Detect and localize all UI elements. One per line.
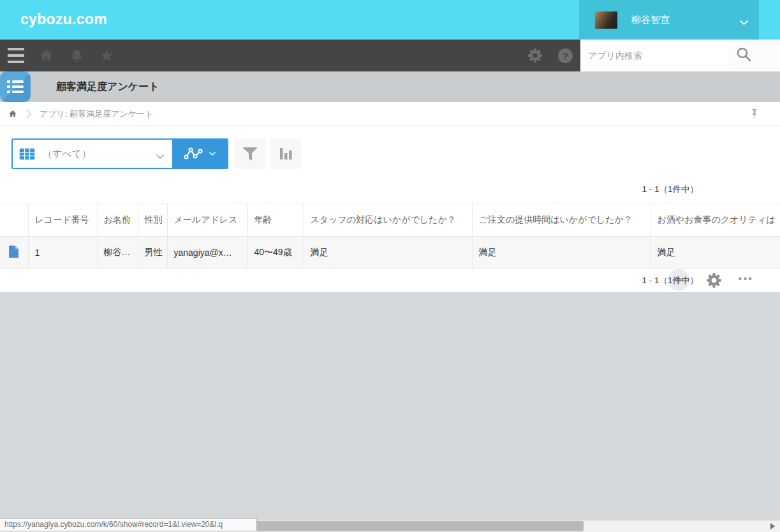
user-menu[interactable]: 柳谷智宣 <box>579 0 759 40</box>
column-header-name[interactable]: お名前 <box>97 203 138 237</box>
user-name: 柳谷智宣 <box>631 14 670 26</box>
favorites-star-icon[interactable]: ★ <box>99 43 114 68</box>
settings-gear-icon[interactable] <box>527 48 543 66</box>
cell-email: yanagiya@x… <box>167 237 247 269</box>
chevron-down-icon <box>156 151 165 162</box>
status-url: https://yanagiya.cybozu.com/k/60/show#re… <box>0 518 257 531</box>
app-icon <box>0 71 31 102</box>
hamburger-menu-icon[interactable] <box>8 48 24 63</box>
column-header-age[interactable]: 年齢 <box>247 203 304 237</box>
app-list-icon <box>6 80 24 94</box>
table-view-icon <box>19 148 35 160</box>
column-header-staff[interactable]: スタッフの対応はいかがでしたか？ <box>304 203 472 237</box>
cell-quality: 満足 <box>651 237 780 269</box>
app-header: 顧客満足度アンケート <box>0 71 780 102</box>
cell-gender: 男性 <box>138 237 167 269</box>
search-icon <box>735 46 753 63</box>
cell-staff: 満足 <box>304 237 472 269</box>
graph-view-button[interactable] <box>172 140 227 168</box>
help-icon[interactable]: ? <box>558 48 573 63</box>
bar-chart-icon <box>279 147 293 161</box>
column-header-quality[interactable]: お酒やお食事のクオリティは <box>651 203 780 237</box>
cell-serving-time: 満足 <box>472 237 651 269</box>
view-name: （すべて） <box>43 148 91 160</box>
page-background <box>0 292 780 521</box>
line-chart-icon <box>184 147 203 161</box>
pagination-bottom: 1 - 1（1件中） <box>0 275 780 286</box>
table-header-row: レコード番号 お名前 性別 メールアドレス 年齢 スタッフの対応はいかがでしたか… <box>0 203 780 237</box>
record-detail-icon[interactable] <box>9 246 18 258</box>
breadcrumb-home-icon[interactable] <box>8 109 18 121</box>
column-header-email[interactable]: メールアドレス <box>167 203 247 237</box>
cybozu-logo[interactable]: cybozu.com <box>20 11 107 28</box>
main-content: （すべて） + ••• 1 - 1（1件中） レコ <box>0 126 780 292</box>
funnel-icon <box>242 147 258 161</box>
global-navbar: ★ ? <box>0 40 780 71</box>
breadcrumb-separator-icon <box>26 109 32 122</box>
cell-age: 40〜49歳 <box>247 237 304 269</box>
chevron-down-icon <box>739 17 749 28</box>
cell-name: 柳谷… <box>97 237 138 269</box>
scrollbar-right-arrow-icon[interactable] <box>770 523 775 529</box>
table-row[interactable]: 1 柳谷… 男性 yanagiya@x… 40〜49歳 満足 満足 満足 <box>0 237 780 269</box>
column-header-gender[interactable]: 性別 <box>138 203 167 237</box>
notifications-bell-icon[interactable] <box>69 48 85 66</box>
home-icon[interactable] <box>38 48 54 66</box>
icon-column-header <box>0 203 28 237</box>
view-selector: （すべて） <box>11 138 228 169</box>
search-input[interactable] <box>580 40 729 71</box>
filter-button[interactable] <box>235 138 265 169</box>
breadcrumb: アプリ: 顧客満足度アンケート <box>0 102 780 126</box>
pin-icon[interactable] <box>750 109 759 122</box>
column-header-serving-time[interactable]: ご注文の提供時間はいかがでしたか？ <box>472 203 651 237</box>
column-header-record-number[interactable]: レコード番号 <box>28 203 97 237</box>
breadcrumb-app-link[interactable]: アプリ: 顧客満足度アンケート <box>40 102 153 126</box>
page-title: 顧客満足度アンケート <box>56 71 159 102</box>
user-avatar[interactable] <box>595 11 617 29</box>
cell-record-number: 1 <box>28 237 97 269</box>
chart-button[interactable] <box>270 138 301 169</box>
search-button[interactable] <box>729 40 780 71</box>
chevron-down-icon <box>209 151 216 156</box>
pagination-top: 1 - 1（1件中） <box>0 184 780 195</box>
record-list: レコード番号 お名前 性別 メールアドレス 年齢 スタッフの対応はいかがでしたか… <box>0 203 780 269</box>
topbar: cybozu.com 柳谷智宣 <box>0 0 780 40</box>
view-dropdown[interactable]: （すべて） <box>13 140 172 168</box>
